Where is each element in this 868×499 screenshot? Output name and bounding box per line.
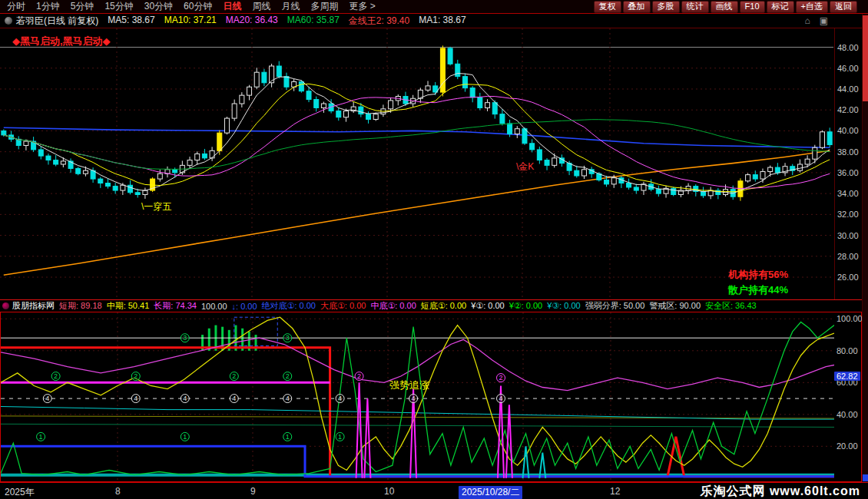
indicator-value: 警戒区: 90.00 bbox=[649, 300, 701, 312]
svg-text:4: 4 bbox=[412, 395, 416, 402]
right-scrollbar[interactable] bbox=[862, 14, 868, 482]
price-tick: 48.00 bbox=[837, 43, 859, 52]
indicator-value: 安全区: 36.43 bbox=[705, 300, 757, 312]
chart-annotation: \一穿五 bbox=[141, 200, 171, 213]
svg-text:3: 3 bbox=[286, 334, 290, 342]
indicator-tick: 100.00 bbox=[837, 314, 863, 323]
price-tick: 26.00 bbox=[837, 273, 859, 282]
indicator-annotation: 强势追涨 bbox=[389, 378, 429, 392]
price-axis: 48.0046.0044.0042.0040.0038.0036.0034.00… bbox=[834, 28, 863, 300]
svg-text:1: 1 bbox=[338, 433, 342, 441]
price-tick: 30.00 bbox=[837, 231, 859, 240]
date-label: 8 bbox=[115, 486, 121, 497]
top-toolbar: 分时1分钟5分钟15分钟30分钟60分钟日线周线月线多周期更多 > 复权叠加多股… bbox=[0, 0, 868, 14]
timeframe-30分钟[interactable]: 30分钟 bbox=[139, 0, 178, 13]
indicator-value: 长期: 74.34 bbox=[154, 300, 197, 312]
action-标记[interactable]: 标记 bbox=[767, 1, 794, 13]
indicator-value: 短底①: 0.00 bbox=[421, 300, 466, 312]
price-tick: 44.00 bbox=[837, 84, 859, 94]
scrollbar-corner[interactable] bbox=[863, 474, 868, 481]
indicator-tick: 40.00 bbox=[837, 410, 858, 419]
time-axis: 乐淘公式网 www.60lt.com 2025年89102025/10/28/二… bbox=[0, 482, 868, 499]
timeframe-周线[interactable]: 周线 bbox=[247, 0, 276, 13]
indicator-value: 中期: 50.41 bbox=[107, 300, 150, 312]
action-画线[interactable]: 画线 bbox=[711, 1, 738, 13]
action-统计[interactable]: 统计 bbox=[681, 1, 709, 13]
svg-text:4: 4 bbox=[232, 395, 236, 402]
price-tick: 38.00 bbox=[837, 147, 859, 157]
indicator-header: 股朋指标网 短期: 89.18中期: 50.41长期: 74.34100.00↓… bbox=[0, 299, 868, 312]
action-F10[interactable]: F10 bbox=[740, 1, 765, 13]
svg-text:1: 1 bbox=[183, 433, 187, 441]
date-label: 12 bbox=[610, 486, 620, 497]
action-叠加[interactable]: 叠加 bbox=[623, 1, 651, 13]
timeframe-多周期[interactable]: 多周期 bbox=[305, 0, 343, 13]
indicator-tick: 80.00 bbox=[837, 346, 858, 355]
indicator-panel[interactable]: 12424341243241412424 100.0080.0060.0040.… bbox=[0, 312, 862, 482]
price-tick: 40.00 bbox=[837, 126, 859, 135]
indicator-value: ¥③: 0.00 bbox=[547, 301, 581, 311]
svg-text:4: 4 bbox=[183, 395, 187, 402]
price-tick: 46.00 bbox=[837, 64, 859, 73]
timeframe-5分钟[interactable]: 5分钟 bbox=[65, 0, 100, 13]
layout-icon[interactable]: ▣ bbox=[820, 15, 828, 26]
date-label: 2025/10/28/二 bbox=[459, 486, 522, 499]
svg-text:4: 4 bbox=[45, 395, 49, 402]
chart-titlebar: 若羽臣(日线 前复权) MA5: 38.67MA10: 37.21MA20: 3… bbox=[0, 14, 868, 28]
price-tick: 36.00 bbox=[837, 168, 859, 177]
action-返回[interactable]: 返回 bbox=[830, 1, 857, 13]
svg-text:1: 1 bbox=[39, 433, 43, 441]
indicator-value: 100.00 bbox=[201, 302, 227, 311]
trading-app-window: 分时1分钟5分钟15分钟30分钟60分钟日线周线月线多周期更多 > 复权叠加多股… bbox=[0, 0, 868, 499]
ma-values: MA5: 38.67MA10: 37.21MA20: 36.43MA60: 35… bbox=[108, 15, 475, 28]
svg-text:4: 4 bbox=[134, 395, 137, 402]
toolbar-actions: 复权叠加多股统计画线F10标记+自选返回 bbox=[594, 1, 866, 13]
ma-label: MA5: 38.67 bbox=[108, 15, 154, 28]
timeframe-日线[interactable]: 日线 bbox=[217, 0, 247, 13]
scrollbar-thumb[interactable] bbox=[863, 15, 868, 101]
ma-label: MA20: 36.43 bbox=[226, 15, 278, 28]
window-icons: ⌂▣ bbox=[804, 15, 828, 26]
svg-text:4: 4 bbox=[286, 395, 290, 402]
chart-annotation: ◆黑马启动,黑马启动◆ bbox=[12, 35, 111, 48]
action-多股[interactable]: 多股 bbox=[652, 1, 680, 13]
timeframe-menu: 分时1分钟5分钟15分钟30分钟60分钟日线周线月线多周期更多 > bbox=[2, 0, 381, 13]
chart-annotation: \金K bbox=[516, 160, 534, 173]
svg-text:2: 2 bbox=[232, 372, 236, 380]
action-复权[interactable]: 复权 bbox=[594, 1, 621, 13]
price-tick: 42.00 bbox=[837, 105, 859, 114]
layout-icon[interactable]: ⌂ bbox=[804, 15, 810, 26]
svg-text:2: 2 bbox=[134, 372, 137, 380]
action-+自选[interactable]: +自选 bbox=[796, 1, 828, 13]
svg-text:2: 2 bbox=[286, 372, 290, 380]
indicator-value: 绝对底①: 0.00 bbox=[262, 300, 316, 312]
indicator-value: 短期: 89.18 bbox=[59, 300, 102, 312]
timeframe-月线[interactable]: 月线 bbox=[276, 0, 305, 13]
svg-text:2: 2 bbox=[54, 372, 58, 380]
date-label: 2025年 bbox=[5, 486, 35, 499]
stock-logo-icon bbox=[5, 17, 12, 25]
date-label: 10 bbox=[384, 486, 394, 497]
ma-label: MA60: 35.87 bbox=[287, 15, 340, 28]
date-label: 9 bbox=[250, 486, 256, 497]
indicator-title-text: 股朋指标网 bbox=[12, 300, 55, 312]
svg-text:1: 1 bbox=[286, 433, 290, 441]
main-chart-panel[interactable]: 48.0046.0044.0042.0040.0038.0036.0034.00… bbox=[0, 28, 862, 301]
timeframe-分时[interactable]: 分时 bbox=[2, 0, 31, 13]
ma-label: MA10: 37.21 bbox=[164, 15, 217, 28]
timeframe-更多 >[interactable]: 更多 > bbox=[343, 0, 380, 13]
indicator-value: ↓: 0.00 bbox=[232, 302, 257, 311]
indicator-tick: 20.00 bbox=[837, 441, 858, 451]
timeframe-1分钟[interactable]: 1分钟 bbox=[31, 0, 65, 13]
indicator-value: 中底①: 0.00 bbox=[370, 300, 416, 312]
indicator-value: 强弱分界: 50.00 bbox=[585, 300, 645, 312]
svg-text:2: 2 bbox=[499, 374, 502, 382]
indicator-value: ¥①: 0.00 bbox=[471, 301, 505, 311]
timeframe-60分钟[interactable]: 60分钟 bbox=[178, 0, 217, 13]
timeframe-15分钟[interactable]: 15分钟 bbox=[99, 0, 138, 13]
indicator-chart[interactable]: 12424341243241412424 bbox=[1, 312, 834, 481]
stock-title: 若羽臣(日线 前复权) bbox=[16, 15, 98, 28]
svg-text:3: 3 bbox=[183, 334, 187, 342]
price-tick: 32.00 bbox=[837, 210, 859, 219]
candlestick-chart[interactable] bbox=[0, 28, 833, 300]
